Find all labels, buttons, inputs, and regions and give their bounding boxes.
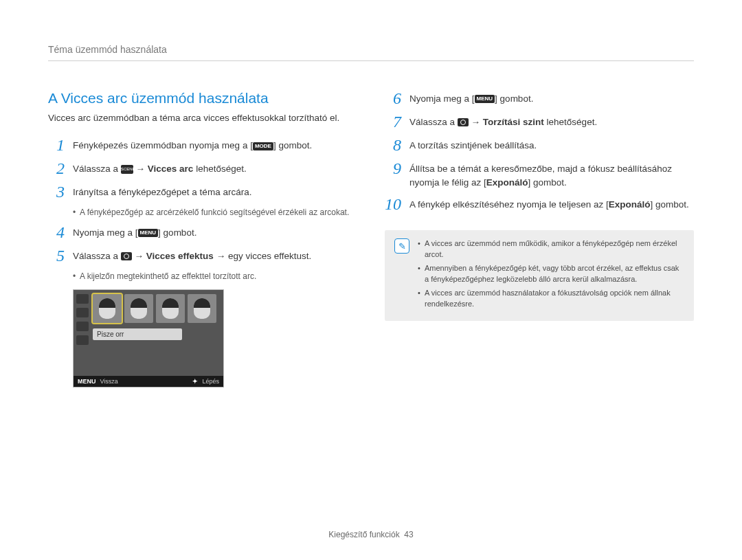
camera-icon	[121, 252, 132, 260]
sub-bullet: A fényképezőgép az arcérzékelő funkció s…	[73, 207, 357, 219]
step-text: Válassza a → Vicces effektus → egy vicce…	[73, 247, 311, 263]
effect-thumbnails	[93, 294, 221, 323]
step-10: 10 A fénykép elkészítéséhez nyomja le te…	[385, 196, 694, 212]
lcd-back-label: Vissza	[100, 378, 118, 385]
camera-icon	[458, 118, 469, 126]
step-text: Válassza a → Torzítási szint lehetőséget…	[409, 113, 597, 129]
step-3: 3 Irányítsa a fényképezőgépet a téma arc…	[48, 183, 357, 200]
step-text: Nyomja meg a [MENU] gombot.	[409, 90, 533, 106]
effect-thumb	[124, 294, 153, 323]
menu-button-label: MENU	[475, 95, 495, 103]
mode-button-label: MODE	[253, 142, 273, 150]
left-column: A Vicces arc üzemmód használata Vicces a…	[48, 90, 357, 388]
footer-page-number: 43	[404, 530, 413, 539]
breadcrumb: Téma üzemmód használata	[48, 44, 694, 61]
step-number: 8	[385, 137, 401, 153]
step-5-sub: A kijelzőn megtekinthető az effekttel to…	[73, 271, 357, 282]
effect-name-label: Pisze orr	[93, 328, 182, 340]
step-5: 5 Válassza a → Vicces effektus → egy vic…	[48, 247, 357, 264]
scene-icon: SCENE	[121, 165, 133, 174]
lcd-step-label: Lépés	[202, 378, 219, 385]
step-number: 2	[48, 160, 65, 177]
step-text: Válassza a SCENE → Vicces arc lehetősége…	[73, 160, 247, 176]
step-1: 1 Fényképezés üzemmódban nyomja meg a [M…	[48, 137, 357, 153]
lcd-bottom-bar: MENU Vissza ✦ Lépés	[74, 376, 223, 387]
step-9: 9 Állítsa be a témát a keresőmezőbe, maj…	[385, 160, 694, 189]
lcd-nav-key: ✦	[192, 378, 198, 385]
intro-text: Vicces arc üzemmódban a téma arca vicces…	[48, 112, 357, 124]
step-6: 6 Nyomja meg a [MENU] gombot.	[385, 90, 694, 107]
menu-button-label: MENU	[138, 229, 159, 237]
step-text: A torzítás szintjének beállítása.	[409, 137, 537, 153]
step-7: 7 Válassza a → Torzítási szint lehetőség…	[385, 113, 694, 130]
effect-thumb	[93, 294, 122, 323]
step-number: 3	[48, 183, 65, 200]
step-text: Állítsa be a témát a keresőmezőbe, majd …	[409, 160, 694, 189]
note-box: ✎ A vicces arc üzemmód nem működik, amik…	[385, 230, 694, 321]
lcd-side-icon	[76, 335, 89, 345]
step-2: 2 Válassza a SCENE → Vicces arc lehetősé…	[48, 160, 357, 177]
effect-thumb	[156, 294, 185, 323]
camera-lcd-preview: Pisze orr MENU Vissza ✦ Lépés	[73, 289, 224, 388]
step-number: 1	[48, 137, 65, 153]
step-number: 5	[48, 247, 65, 264]
note-item: Amennyiben a fényképezőgép két, vagy töb…	[418, 263, 684, 285]
sub-bullet: A kijelzőn megtekinthető az effekttel to…	[73, 271, 357, 282]
section-title: A Vicces arc üzemmód használata	[48, 90, 357, 107]
step-number: 7	[385, 113, 401, 130]
note-icon: ✎	[394, 238, 409, 254]
lcd-side-icon	[76, 308, 89, 317]
lcd-screen: Pisze orr	[74, 290, 223, 376]
note-list: A vicces arc üzemmód nem működik, amikor…	[418, 238, 684, 313]
lcd-menu-key: MENU	[78, 378, 96, 385]
lcd-side-icon	[76, 322, 89, 331]
page-footer: Kiegészítő funkciók 43	[0, 530, 742, 539]
step-text: Fényképezés üzemmódban nyomja meg a [MOD…	[73, 137, 312, 153]
lcd-side-icon	[76, 294, 89, 304]
step-number: 10	[385, 196, 401, 212]
step-text: Nyomja meg a [MENU] gombot.	[73, 224, 196, 240]
page-content: A Vicces arc üzemmód használata Vicces a…	[48, 90, 694, 388]
step-text: Irányítsa a fényképezőgépet a téma arcár…	[73, 183, 251, 199]
step-number: 9	[385, 160, 401, 177]
step-number: 6	[385, 90, 401, 107]
note-item: A vicces arc üzemmód használatakor a fók…	[418, 288, 684, 310]
step-3-sub: A fényképezőgép az arcérzékelő funkció s…	[73, 207, 357, 219]
footer-section-label: Kiegészítő funkciók	[328, 530, 399, 539]
step-4: 4 Nyomja meg a [MENU] gombot.	[48, 224, 357, 240]
effect-thumb	[188, 294, 216, 323]
right-column: 6 Nyomja meg a [MENU] gombot. 7 Válassza…	[385, 90, 694, 388]
note-item: A vicces arc üzemmód nem működik, amikor…	[418, 238, 684, 260]
lcd-side-icons	[76, 294, 90, 345]
step-8: 8 A torzítás szintjének beállítása.	[385, 137, 694, 153]
step-number: 4	[48, 224, 65, 240]
step-text: A fénykép elkészítéséhez nyomja le telje…	[409, 196, 689, 212]
